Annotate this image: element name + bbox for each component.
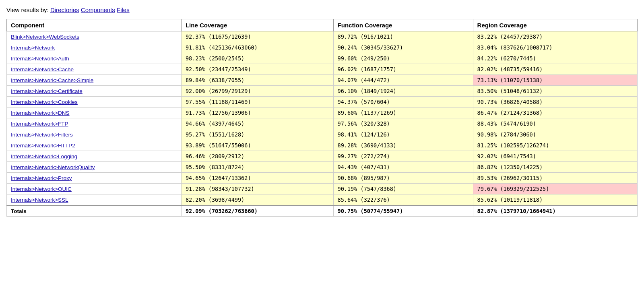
cell-region-coverage: 73.13% (11070/15138) bbox=[473, 75, 637, 86]
cell-line-coverage: 82.20% (3698/4499) bbox=[181, 194, 333, 206]
cell-region-coverage: 86.82% (12350/14225) bbox=[473, 162, 637, 173]
cell-function-coverage: 99.27% (272/274) bbox=[333, 151, 473, 162]
cell-component: Internals>Network>FTP bbox=[7, 118, 182, 129]
totals-label: Totals bbox=[7, 205, 182, 217]
cell-function-coverage: 89.28% (3690/4133) bbox=[333, 140, 473, 151]
header-region-coverage: Region Coverage bbox=[473, 19, 637, 31]
table-row: Internals>Network>Filters95.27% (1551/16… bbox=[7, 129, 638, 140]
cell-component: Blink>Network>WebSockets bbox=[7, 31, 182, 42]
cell-function-coverage: 94.37% (570/604) bbox=[333, 97, 473, 108]
component-link[interactable]: Internals>Network>HTTP2 bbox=[11, 143, 75, 149]
cell-component: Internals>Network>Certificate bbox=[7, 86, 182, 97]
cell-region-coverage: 81.25% (102595/126274) bbox=[473, 140, 637, 151]
cell-component: Internals>Network>DNS bbox=[7, 108, 182, 118]
cell-component: Internals>Network>Logging bbox=[7, 151, 182, 162]
table-row: Internals>Network>QUIC91.28% (98343/1077… bbox=[7, 184, 638, 194]
coverage-table: Component Line Coverage Function Coverag… bbox=[6, 19, 638, 217]
cell-region-coverage: 92.02% (6941/7543) bbox=[473, 151, 637, 162]
cell-line-coverage: 91.28% (98343/107732) bbox=[181, 184, 333, 194]
cell-function-coverage: 90.68% (895/987) bbox=[333, 173, 473, 184]
cell-line-coverage: 92.37% (11675/12639) bbox=[181, 31, 333, 42]
table-row: Internals>Network>Cache>Simple89.84% (63… bbox=[7, 75, 638, 86]
component-link[interactable]: Blink>Network>WebSockets bbox=[11, 34, 79, 40]
view-results-label: View results by: bbox=[6, 6, 49, 13]
cell-line-coverage: 89.84% (6338/7055) bbox=[181, 75, 333, 86]
cell-line-coverage: 97.55% (11188/11469) bbox=[181, 97, 333, 108]
component-link[interactable]: Internals>Network>Certificate bbox=[11, 88, 83, 94]
table-row: Internals>Network>Cookies97.55% (11188/1… bbox=[7, 97, 638, 108]
cell-function-coverage: 96.02% (1687/1757) bbox=[333, 64, 473, 75]
table-row: Internals>Network>Logging96.46% (2809/29… bbox=[7, 151, 638, 162]
cell-component: Internals>Network>Proxy bbox=[7, 173, 182, 184]
cell-component: Internals>Network>SSL bbox=[7, 194, 182, 206]
cell-component: Internals>Network>NetworkQuality bbox=[7, 162, 182, 173]
cell-function-coverage: 90.19% (7547/8368) bbox=[333, 184, 473, 194]
component-link[interactable]: Internals>Network>Logging bbox=[11, 153, 77, 159]
table-row: Internals>Network>Certificate92.00% (267… bbox=[7, 86, 638, 97]
cell-component: Internals>Network>Auth bbox=[7, 53, 182, 64]
table-row: Internals>Network>SSL82.20% (3698/4499)8… bbox=[7, 194, 638, 206]
cell-region-coverage: 82.02% (48735/59416) bbox=[473, 64, 637, 75]
cell-line-coverage: 91.81% (425136/463060) bbox=[181, 42, 333, 53]
cell-function-coverage: 99.60% (249/250) bbox=[333, 53, 473, 64]
header-component: Component bbox=[7, 19, 182, 31]
component-link[interactable]: Internals>Network>Auth bbox=[11, 56, 69, 62]
component-link[interactable]: Internals>Network>FTP bbox=[11, 121, 68, 127]
cell-line-coverage: 91.73% (12756/13906) bbox=[181, 108, 333, 118]
cell-function-coverage: 89.72% (916/1021) bbox=[333, 31, 473, 42]
cell-region-coverage: 86.47% (27124/31368) bbox=[473, 108, 637, 118]
component-link[interactable]: Internals>Network>NetworkQuality bbox=[11, 164, 95, 170]
component-link[interactable]: Internals>Network>DNS bbox=[11, 110, 70, 116]
table-row: Internals>Network>Cache92.50% (23447/253… bbox=[7, 64, 638, 75]
cell-line-coverage: 94.65% (12647/13362) bbox=[181, 173, 333, 184]
files-link[interactable]: Files bbox=[117, 6, 130, 13]
cell-component: Internals>Network>Cache bbox=[7, 64, 182, 75]
header-function-coverage: Function Coverage bbox=[333, 19, 473, 31]
totals-function-coverage: 90.75% (50774/55947) bbox=[333, 205, 473, 217]
cell-component: Internals>Network>Cache>Simple bbox=[7, 75, 182, 86]
table-row: Internals>Network91.81% (425136/463060)9… bbox=[7, 42, 638, 53]
cell-function-coverage: 97.56% (320/328) bbox=[333, 118, 473, 129]
totals-line-coverage: 92.09% (703262/763660) bbox=[181, 205, 333, 217]
cell-line-coverage: 95.50% (8331/8724) bbox=[181, 162, 333, 173]
cell-component: Internals>Network bbox=[7, 42, 182, 53]
cell-component: Internals>Network>QUIC bbox=[7, 184, 182, 194]
cell-line-coverage: 93.89% (51647/55006) bbox=[181, 140, 333, 151]
cell-region-coverage: 90.98% (2784/3060) bbox=[473, 129, 637, 140]
component-link[interactable]: Internals>Network bbox=[11, 45, 55, 51]
table-row: Internals>Network>NetworkQuality95.50% (… bbox=[7, 162, 638, 173]
cell-region-coverage: 90.73% (36826/40588) bbox=[473, 97, 637, 108]
component-link[interactable]: Internals>Network>Proxy bbox=[11, 175, 72, 181]
directories-link[interactable]: Directories bbox=[50, 6, 79, 13]
component-link[interactable]: Internals>Network>Cache bbox=[11, 66, 74, 72]
table-row: Blink>Network>WebSockets92.37% (11675/12… bbox=[7, 31, 638, 42]
cell-region-coverage: 84.22% (6270/7445) bbox=[473, 53, 637, 64]
components-link[interactable]: Components bbox=[81, 6, 115, 13]
cell-function-coverage: 85.64% (322/376) bbox=[333, 194, 473, 206]
cell-function-coverage: 90.24% (30345/33627) bbox=[333, 42, 473, 53]
table-header-row: Component Line Coverage Function Coverag… bbox=[7, 19, 638, 31]
cell-component: Internals>Network>Filters bbox=[7, 129, 182, 140]
component-link[interactable]: Internals>Network>Cache>Simple bbox=[11, 77, 93, 83]
cell-region-coverage: 85.62% (10119/11818) bbox=[473, 194, 637, 206]
table-row: Internals>Network>Proxy94.65% (12647/133… bbox=[7, 173, 638, 184]
cell-region-coverage: 88.43% (5474/6190) bbox=[473, 118, 637, 129]
cell-function-coverage: 98.41% (124/126) bbox=[333, 129, 473, 140]
cell-line-coverage: 94.66% (4397/4645) bbox=[181, 118, 333, 129]
table-row: Internals>Network>Auth98.23% (2500/2545)… bbox=[7, 53, 638, 64]
cell-function-coverage: 94.07% (444/472) bbox=[333, 75, 473, 86]
component-link[interactable]: Internals>Network>Cookies bbox=[11, 99, 78, 105]
component-link[interactable]: Internals>Network>QUIC bbox=[11, 186, 72, 192]
cell-line-coverage: 92.00% (26799/29129) bbox=[181, 86, 333, 97]
header-line-coverage: Line Coverage bbox=[181, 19, 333, 31]
view-results-bar: View results by: Directories Components … bbox=[6, 6, 638, 13]
cell-line-coverage: 92.50% (23447/25349) bbox=[181, 64, 333, 75]
cell-region-coverage: 83.50% (51048/61132) bbox=[473, 86, 637, 97]
component-link[interactable]: Internals>Network>SSL bbox=[11, 197, 68, 203]
table-row: Internals>Network>HTTP293.89% (51647/550… bbox=[7, 140, 638, 151]
cell-function-coverage: 89.60% (1137/1269) bbox=[333, 108, 473, 118]
component-link[interactable]: Internals>Network>Filters bbox=[11, 132, 73, 138]
cell-function-coverage: 96.10% (1849/1924) bbox=[333, 86, 473, 97]
cell-region-coverage: 79.67% (169329/212525) bbox=[473, 184, 637, 194]
cell-region-coverage: 83.04% (837626/1008717) bbox=[473, 42, 637, 53]
